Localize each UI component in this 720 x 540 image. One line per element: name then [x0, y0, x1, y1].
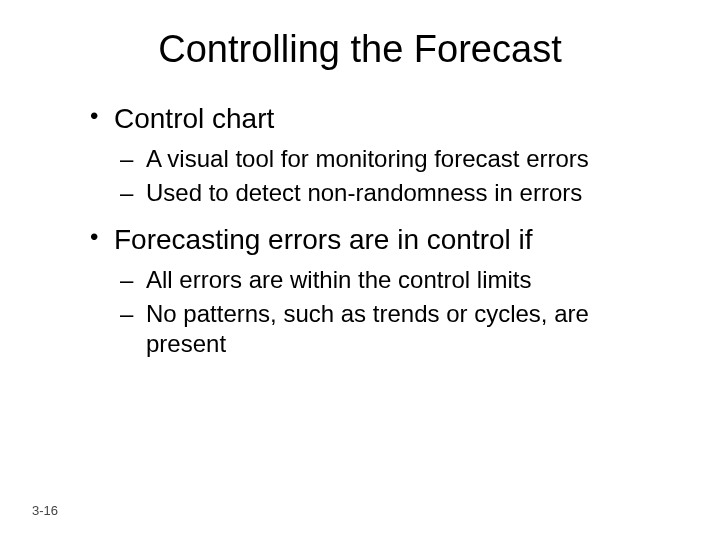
bullet-group: Forecasting errors are in control if All… — [90, 222, 670, 359]
bullet-group: Control chart A visual tool for monitori… — [90, 101, 670, 208]
bullet-level1: Forecasting errors are in control if — [90, 222, 670, 257]
page-number: 3-16 — [32, 503, 58, 518]
bullet-level2: A visual tool for monitoring forecast er… — [90, 144, 670, 174]
slide-container: Controlling the Forecast Control chart A… — [0, 0, 720, 540]
bullet-level2: Used to detect non-randomness in errors — [90, 178, 670, 208]
slide-content: Control chart A visual tool for monitori… — [50, 101, 670, 359]
bullet-level1: Control chart — [90, 101, 670, 136]
bullet-level2: All errors are within the control limits — [90, 265, 670, 295]
bullet-level2: No patterns, such as trends or cycles, a… — [90, 299, 670, 359]
slide-title: Controlling the Forecast — [50, 28, 670, 71]
